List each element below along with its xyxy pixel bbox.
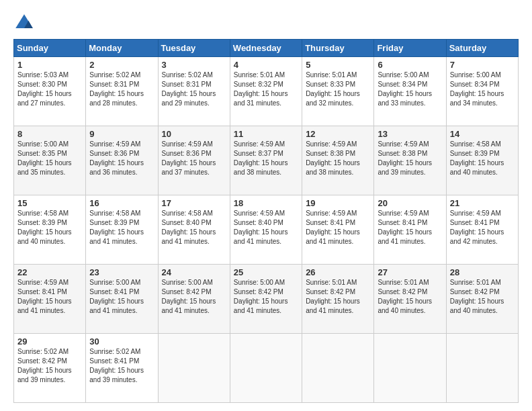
day-number: 16 <box>89 198 154 208</box>
calendar-cell: 21Sunrise: 4:59 AMSunset: 8:41 PMDayligh… <box>446 195 518 265</box>
day-info: Sunrise: 4:59 AMSunset: 8:41 PMDaylight:… <box>306 209 370 246</box>
logo-icon <box>13 12 35 34</box>
calendar-week-5: 29Sunrise: 5:02 AMSunset: 8:42 PMDayligh… <box>14 334 519 403</box>
calendar-cell: 1Sunrise: 5:03 AMSunset: 8:30 PMDaylight… <box>14 57 86 126</box>
header <box>13 12 519 34</box>
day-number: 4 <box>234 60 298 70</box>
day-info: Sunrise: 5:01 AMSunset: 8:33 PMDaylight:… <box>306 71 370 108</box>
day-info: Sunrise: 5:01 AMSunset: 8:42 PMDaylight:… <box>450 278 515 316</box>
day-number: 2 <box>89 60 154 70</box>
calendar-cell: 5Sunrise: 5:01 AMSunset: 8:33 PMDaylight… <box>302 57 374 126</box>
day-info: Sunrise: 5:02 AMSunset: 8:42 PMDaylight:… <box>17 347 82 385</box>
day-number: 24 <box>162 267 226 277</box>
day-number: 11 <box>234 129 298 139</box>
day-info: Sunrise: 5:00 AMSunset: 8:42 PMDaylight:… <box>234 278 298 316</box>
day-number: 29 <box>17 336 82 347</box>
day-info: Sunrise: 4:58 AMSunset: 8:39 PMDaylight:… <box>89 209 154 246</box>
calendar-cell: 10Sunrise: 4:59 AMSunset: 8:36 PMDayligh… <box>158 126 230 195</box>
day-info: Sunrise: 4:59 AMSunset: 8:37 PMDaylight:… <box>234 140 298 177</box>
day-info: Sunrise: 5:01 AMSunset: 8:32 PMDaylight:… <box>234 71 298 108</box>
day-info: Sunrise: 4:59 AMSunset: 8:41 PMDaylight:… <box>450 209 515 246</box>
calendar-header-thursday: Thursday <box>302 40 374 57</box>
calendar-cell: 24Sunrise: 5:00 AMSunset: 8:42 PMDayligh… <box>158 265 230 334</box>
calendar-cell: 22Sunrise: 4:59 AMSunset: 8:41 PMDayligh… <box>14 265 86 334</box>
day-number: 30 <box>89 336 154 347</box>
day-info: Sunrise: 5:00 AMSunset: 8:34 PMDaylight:… <box>450 71 515 108</box>
day-info: Sunrise: 4:59 AMSunset: 8:36 PMDaylight:… <box>162 140 226 177</box>
calendar-header-friday: Friday <box>374 40 446 57</box>
calendar-header-wednesday: Wednesday <box>230 40 302 57</box>
day-number: 20 <box>378 198 442 208</box>
day-number: 7 <box>450 60 515 70</box>
calendar-header-row: SundayMondayTuesdayWednesdayThursdayFrid… <box>14 40 519 57</box>
day-info: Sunrise: 4:59 AMSunset: 8:38 PMDaylight:… <box>378 140 442 177</box>
calendar-week-2: 8Sunrise: 5:00 AMSunset: 8:35 PMDaylight… <box>14 126 519 195</box>
calendar-cell: 2Sunrise: 5:02 AMSunset: 8:31 PMDaylight… <box>86 57 158 126</box>
day-number: 6 <box>378 60 442 70</box>
calendar-week-1: 1Sunrise: 5:03 AMSunset: 8:30 PMDaylight… <box>14 57 519 126</box>
day-number: 8 <box>17 129 82 139</box>
day-number: 27 <box>378 267 442 277</box>
calendar-header-sunday: Sunday <box>14 40 86 57</box>
calendar-cell: 23Sunrise: 5:00 AMSunset: 8:41 PMDayligh… <box>86 265 158 334</box>
calendar-cell: 15Sunrise: 4:58 AMSunset: 8:39 PMDayligh… <box>14 195 86 265</box>
day-number: 18 <box>234 198 298 208</box>
day-number: 23 <box>89 267 154 277</box>
day-info: Sunrise: 5:02 AMSunset: 8:41 PMDaylight:… <box>89 347 154 385</box>
calendar-cell: 4Sunrise: 5:01 AMSunset: 8:32 PMDaylight… <box>230 57 302 126</box>
calendar-cell: 26Sunrise: 5:01 AMSunset: 8:42 PMDayligh… <box>302 265 374 334</box>
calendar-cell: 20Sunrise: 4:59 AMSunset: 8:41 PMDayligh… <box>374 195 446 265</box>
calendar-cell: 19Sunrise: 4:59 AMSunset: 8:41 PMDayligh… <box>302 195 374 265</box>
logo <box>13 12 38 34</box>
calendar-cell: 8Sunrise: 5:00 AMSunset: 8:35 PMDaylight… <box>14 126 86 195</box>
calendar-cell: 25Sunrise: 5:00 AMSunset: 8:42 PMDayligh… <box>230 265 302 334</box>
day-info: Sunrise: 5:01 AMSunset: 8:42 PMDaylight:… <box>378 278 442 316</box>
calendar-cell: 12Sunrise: 4:59 AMSunset: 8:38 PMDayligh… <box>302 126 374 195</box>
calendar-header-saturday: Saturday <box>446 40 518 57</box>
day-number: 26 <box>306 267 370 277</box>
calendar-table: SundayMondayTuesdayWednesdayThursdayFrid… <box>13 39 519 403</box>
day-info: Sunrise: 5:00 AMSunset: 8:41 PMDaylight:… <box>89 278 154 316</box>
calendar-cell: 29Sunrise: 5:02 AMSunset: 8:42 PMDayligh… <box>14 334 86 403</box>
page: SundayMondayTuesdayWednesdayThursdayFrid… <box>0 0 532 411</box>
day-info: Sunrise: 5:00 AMSunset: 8:34 PMDaylight:… <box>378 71 442 108</box>
calendar-cell: 9Sunrise: 4:59 AMSunset: 8:36 PMDaylight… <box>86 126 158 195</box>
day-info: Sunrise: 4:59 AMSunset: 8:41 PMDaylight:… <box>378 209 442 246</box>
calendar-header-monday: Monday <box>86 40 158 57</box>
day-number: 3 <box>162 60 226 70</box>
day-number: 12 <box>306 129 370 139</box>
day-info: Sunrise: 4:59 AMSunset: 8:40 PMDaylight:… <box>234 209 298 246</box>
day-info: Sunrise: 4:59 AMSunset: 8:41 PMDaylight:… <box>17 278 82 316</box>
calendar-cell: 28Sunrise: 5:01 AMSunset: 8:42 PMDayligh… <box>446 265 518 334</box>
day-info: Sunrise: 4:59 AMSunset: 8:38 PMDaylight:… <box>306 140 370 177</box>
calendar-cell: 18Sunrise: 4:59 AMSunset: 8:40 PMDayligh… <box>230 195 302 265</box>
calendar-cell: 16Sunrise: 4:58 AMSunset: 8:39 PMDayligh… <box>86 195 158 265</box>
day-number: 10 <box>162 129 226 139</box>
day-number: 5 <box>306 60 370 70</box>
calendar-cell <box>158 334 230 403</box>
day-number: 9 <box>89 129 154 139</box>
calendar-cell: 11Sunrise: 4:59 AMSunset: 8:37 PMDayligh… <box>230 126 302 195</box>
calendar-cell <box>374 334 446 403</box>
day-info: Sunrise: 5:02 AMSunset: 8:31 PMDaylight:… <box>162 71 226 108</box>
calendar-week-4: 22Sunrise: 4:59 AMSunset: 8:41 PMDayligh… <box>14 265 519 334</box>
calendar-cell: 3Sunrise: 5:02 AMSunset: 8:31 PMDaylight… <box>158 57 230 126</box>
day-info: Sunrise: 5:03 AMSunset: 8:30 PMDaylight:… <box>17 71 82 108</box>
calendar-cell: 27Sunrise: 5:01 AMSunset: 8:42 PMDayligh… <box>374 265 446 334</box>
day-number: 17 <box>162 198 226 208</box>
calendar-cell: 14Sunrise: 4:58 AMSunset: 8:39 PMDayligh… <box>446 126 518 195</box>
day-number: 19 <box>306 198 370 208</box>
day-info: Sunrise: 5:02 AMSunset: 8:31 PMDaylight:… <box>89 71 154 108</box>
calendar-header-tuesday: Tuesday <box>158 40 230 57</box>
calendar-cell <box>230 334 302 403</box>
day-info: Sunrise: 4:59 AMSunset: 8:36 PMDaylight:… <box>89 140 154 177</box>
day-info: Sunrise: 5:01 AMSunset: 8:42 PMDaylight:… <box>306 278 370 316</box>
day-info: Sunrise: 5:00 AMSunset: 8:42 PMDaylight:… <box>162 278 226 316</box>
day-number: 14 <box>450 129 515 139</box>
day-info: Sunrise: 4:58 AMSunset: 8:40 PMDaylight:… <box>162 209 226 246</box>
day-number: 15 <box>17 198 82 208</box>
day-number: 1 <box>17 60 82 70</box>
day-info: Sunrise: 5:00 AMSunset: 8:35 PMDaylight:… <box>17 140 82 177</box>
calendar-week-3: 15Sunrise: 4:58 AMSunset: 8:39 PMDayligh… <box>14 195 519 265</box>
calendar-cell: 7Sunrise: 5:00 AMSunset: 8:34 PMDaylight… <box>446 57 518 126</box>
